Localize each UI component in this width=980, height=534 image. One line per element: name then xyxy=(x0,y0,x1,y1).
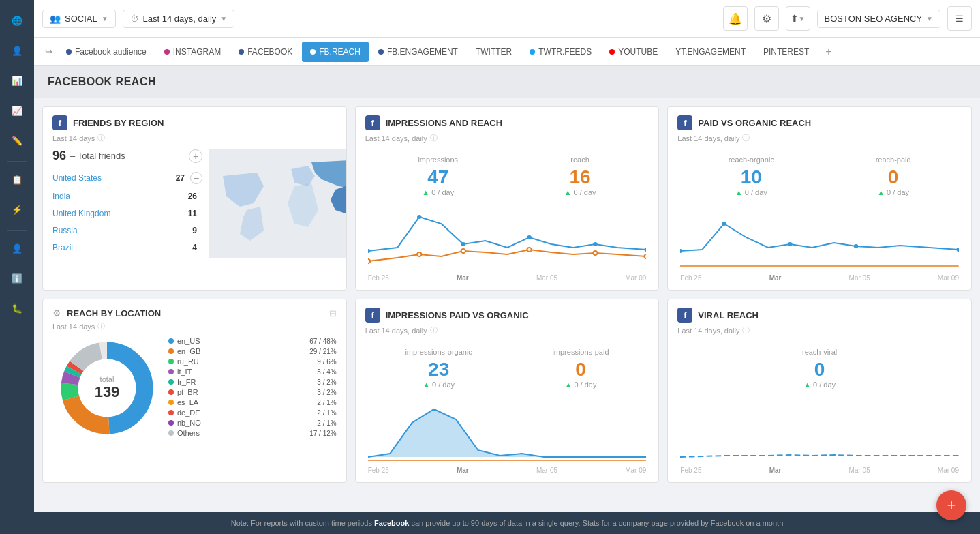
expand-button[interactable]: + xyxy=(189,149,202,163)
notifications-button[interactable]: 🔔 xyxy=(723,6,748,31)
card-header-viral: f VIRAL REACH xyxy=(668,299,971,325)
metrics-row-impressions-paid: impressions-organic 23 ▲ 0 / day impress… xyxy=(365,341,649,396)
svg-point-4 xyxy=(527,235,531,239)
map-area xyxy=(209,149,347,258)
reach-delta: ▲ 0 / day xyxy=(564,188,596,196)
tab-facebook[interactable]: FACEBOOK xyxy=(230,42,301,62)
tab-facebook-audience[interactable]: Facebook audience xyxy=(58,42,155,62)
viral-chart xyxy=(677,396,962,464)
tab-youtube[interactable]: YOUTUBE xyxy=(601,42,666,62)
agency-dropdown-arrow: ▼ xyxy=(926,15,933,23)
settings-button[interactable]: ⚙ xyxy=(754,6,779,31)
sidebar-item-trending[interactable]: 📈 xyxy=(3,97,31,124)
share-button[interactable]: ⬆ ▼ xyxy=(786,6,810,31)
tab-back-button[interactable]: ↪ xyxy=(41,46,57,57)
page-header: FACEBOOK REACH xyxy=(34,66,980,98)
tab-yt-engagement[interactable]: YT.ENGAGEMENT xyxy=(667,42,754,62)
fb-icon: f xyxy=(365,308,380,323)
paid-value: 0 xyxy=(876,166,911,188)
sidebar-divider-2 xyxy=(7,230,27,231)
country-name-us[interactable]: United States xyxy=(52,173,176,183)
impressions-organic-label: impressions-organic xyxy=(405,348,472,356)
legend-item-ru-ru: ru_RU 9 / 6% xyxy=(168,357,337,366)
card-subtitle-viral: Last 14 days, daily ⓘ xyxy=(668,325,971,341)
card-title-impressions: IMPRESSIONS AND REACH xyxy=(386,118,502,128)
sidebar-divider xyxy=(7,161,27,162)
sidebar-item-edit[interactable]: ✏️ xyxy=(3,127,31,154)
tab-label: FB.REACH xyxy=(319,47,361,57)
tab-label: YT.ENGAGEMENT xyxy=(675,47,746,57)
share-icon: ⬆ xyxy=(791,13,799,24)
legend-name-en-gb: en_GB xyxy=(177,347,306,355)
fb-icon: f xyxy=(677,115,692,130)
sidebar-item-people[interactable]: 👤 xyxy=(3,37,31,64)
social-selector[interactable]: 👥 SOCIAL ▼ xyxy=(42,10,116,28)
legend-name-de-de: de_DE xyxy=(177,409,313,417)
info-icon: ⓘ xyxy=(742,133,750,143)
legend-name-others: Others xyxy=(177,429,306,437)
organic-delta: ▲ 0 / day xyxy=(729,188,774,196)
legend-item-fr-fr: fr_FR 3 / 2% xyxy=(168,378,337,386)
svg-point-6 xyxy=(644,248,646,252)
menu-button[interactable]: ☰ xyxy=(947,6,972,31)
viral-value: 0 xyxy=(802,359,837,381)
legend-val-en-us: 67 / 48% xyxy=(309,338,336,345)
country-row-russia: Russia 9 xyxy=(52,222,202,239)
viral-delta: ▲ 0 / day xyxy=(802,381,837,389)
total-count: 96 xyxy=(52,149,66,163)
date-selector[interactable]: ⏱ Last 14 days, daily ▼ xyxy=(123,10,235,28)
tab-instagram[interactable]: INSTAGRAM xyxy=(156,42,229,62)
tab-twitter[interactable]: TWITTER xyxy=(468,42,520,62)
tab-pinterest[interactable]: PINTEREST xyxy=(755,42,817,62)
impressions-paid-metric: impressions-paid 0 ▲ 0 / day xyxy=(552,348,609,389)
card-friends-region: f FRIENDS BY REGION Last 14 days ⓘ 96 – … xyxy=(42,106,347,291)
country-name-india[interactable]: India xyxy=(52,192,188,201)
tab-twtr-feeds[interactable]: TWTR.FEEDS xyxy=(521,42,600,62)
tab-fb-reach[interactable]: FB.REACH xyxy=(302,42,369,62)
agency-selector[interactable]: BOSTON SEO AGENCY ▼ xyxy=(817,10,940,28)
legend-item-es-la: es_LA 2 / 1% xyxy=(168,398,337,406)
legend-dot-fr-fr xyxy=(168,379,174,385)
tab-fb-engagement[interactable]: FB.ENGAGEMENT xyxy=(370,42,466,62)
sidebar-item-lightning[interactable]: ⚡ xyxy=(3,196,31,223)
topbar: 👥 SOCIAL ▼ ⏱ Last 14 days, daily ▼ 🔔 ⚙ ⬆… xyxy=(34,0,980,38)
legend-name-fr-fr: fr_FR xyxy=(177,378,313,386)
sidebar-item-clipboard[interactable]: 📋 xyxy=(3,166,31,193)
legend-item-others: Others 17 / 12% xyxy=(168,429,337,437)
expand-icon[interactable]: ⊞ xyxy=(329,308,337,318)
agency-label: BOSTON SEO AGENCY xyxy=(825,14,923,24)
country-name-russia[interactable]: Russia xyxy=(52,226,192,235)
legend-val-en-gb: 29 / 21% xyxy=(309,348,336,355)
collapse-us-button[interactable]: − xyxy=(190,172,202,184)
sidebar-item-globe[interactable]: 🌐 xyxy=(3,7,31,34)
sidebar-item-info[interactable]: ℹ️ xyxy=(3,265,31,292)
paid-metric: reach-paid 0 ▲ 0 / day xyxy=(876,155,911,196)
legend-item-pt-br: pt_BR 3 / 2% xyxy=(168,388,337,396)
country-name-brazil[interactable]: Brazil xyxy=(52,243,192,252)
legend-item-en-us: en_US 67 / 48% xyxy=(168,337,337,345)
bell-icon: 🔔 xyxy=(729,12,742,25)
viral-label: reach-viral xyxy=(802,348,837,356)
sidebar-item-chart[interactable]: 📊 xyxy=(3,67,31,94)
svg-point-8 xyxy=(417,252,421,256)
impressions-chart-labels: Feb 25 Mar Mar 05 Mar 09 xyxy=(365,271,649,282)
card-subtitle-impressions: Last 14 days, daily ⓘ xyxy=(356,133,659,149)
sidebar-item-user[interactable]: 👤 xyxy=(3,235,31,262)
hamburger-icon: ☰ xyxy=(955,14,964,24)
card-body-paid: reach-organic 10 ▲ 0 / day reach-paid 0 xyxy=(668,149,971,290)
svg-point-12 xyxy=(644,254,646,258)
viral-metric: reach-viral 0 ▲ 0 / day xyxy=(802,348,837,389)
country-row-uk: United Kingdom 11 xyxy=(52,205,202,222)
legend-val-es-la: 2 / 1% xyxy=(317,399,336,406)
page-area: FACEBOOK REACH f FRIENDS BY REGION Last … xyxy=(34,66,980,512)
card-paid-organic: f PAID VS ORGANIC REACH Last 14 days, da… xyxy=(667,106,972,291)
metrics-row-viral: reach-viral 0 ▲ 0 / day xyxy=(677,341,962,396)
country-name-uk[interactable]: United Kingdom xyxy=(52,209,188,218)
legend-dot-de-de xyxy=(168,410,174,415)
impressions-organic-metric: impressions-organic 23 ▲ 0 / day xyxy=(405,348,472,389)
fab-button[interactable]: + xyxy=(936,490,966,520)
tab-add-button[interactable]: + xyxy=(821,46,836,58)
sidebar-item-bug[interactable]: 🐛 xyxy=(3,295,31,322)
tab-dot xyxy=(310,49,316,55)
impressions-paid-value: 0 xyxy=(552,359,609,381)
